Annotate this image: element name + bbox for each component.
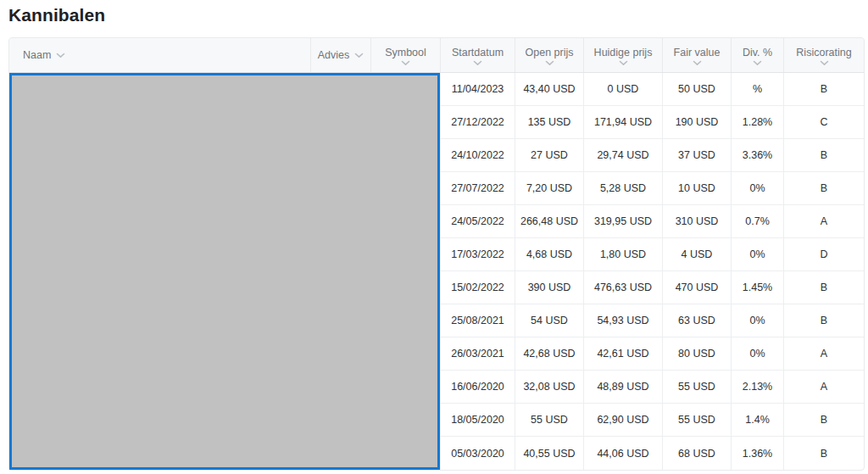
cell-risicorating: D	[783, 238, 864, 270]
chevron-down-icon	[545, 60, 554, 66]
cell-startdatum: 27/12/2022	[440, 106, 515, 138]
column-header-label: Risicorating	[796, 47, 851, 59]
column-header-risicorating[interactable]: Risicorating	[783, 38, 864, 72]
cell-open_prijs: 43,40 USD	[515, 73, 583, 105]
cell-risicorating: A	[783, 205, 864, 237]
cell-risicorating: B	[783, 304, 864, 337]
chevron-down-icon	[820, 60, 829, 66]
page: Kannibalen NaamAdviesSymboolStartdatumOp…	[0, 0, 868, 471]
cell-div_pct: 0.7%	[731, 205, 783, 237]
column-header-label: Advies	[318, 49, 350, 61]
redacted-name-columns-overlay	[9, 73, 440, 470]
cell-fair_value: 50 USD	[662, 73, 731, 105]
cell-huidige_prijs: 1,80 USD	[583, 238, 662, 270]
column-header-label: Div. %	[743, 47, 772, 59]
cell-startdatum: 16/06/2020	[440, 371, 515, 403]
table-row[interactable]: 15/02/2022390 USD476,63 USD470 USD1.45%B	[440, 271, 864, 304]
column-header-advies[interactable]: Advies	[310, 38, 370, 72]
table-row[interactable]: 16/06/202032,08 USD48,89 USD55 USD2.13%A	[440, 371, 864, 404]
cell-risicorating: A	[783, 337, 864, 370]
cell-open_prijs: 42,68 USD	[515, 337, 583, 370]
cell-risicorating: B	[783, 437, 864, 470]
cell-fair_value: 55 USD	[662, 371, 731, 403]
cell-open_prijs: 55 USD	[515, 404, 583, 436]
cell-fair_value: 80 USD	[662, 337, 731, 370]
table-row[interactable]: 18/05/202055 USD62,90 USD55 USD1.4%B	[440, 404, 864, 437]
cell-div_pct: 0%	[731, 337, 783, 370]
column-header-naam[interactable]: Naam	[9, 38, 310, 72]
table-row[interactable]: 27/12/2022135 USD171,94 USD190 USD1.28%C	[440, 106, 864, 139]
table-row[interactable]: 05/03/202040,55 USD44,06 USD68 USD1.36%B	[440, 437, 864, 470]
chevron-down-icon	[753, 60, 762, 66]
cell-risicorating: B	[783, 404, 864, 436]
column-header-div_pct[interactable]: Div. %	[731, 38, 783, 72]
chevron-down-icon	[354, 53, 364, 59]
column-header-label: Fair value	[674, 47, 721, 59]
table-row[interactable]: 26/03/202142,68 USD42,61 USD80 USD0%A	[440, 337, 864, 371]
cell-fair_value: 310 USD	[662, 205, 731, 237]
cell-div_pct: 1.4%	[731, 404, 783, 436]
cell-div_pct: 1.36%	[731, 437, 783, 470]
cell-huidige_prijs: 48,89 USD	[583, 371, 662, 403]
column-header-label: Symbool	[385, 47, 426, 59]
cell-div_pct: 2.13%	[731, 371, 783, 403]
cell-open_prijs: 54 USD	[515, 304, 583, 337]
cell-open_prijs: 7,20 USD	[515, 172, 583, 204]
kannibalen-table: NaamAdviesSymboolStartdatumOpen prijsHui…	[8, 37, 865, 471]
column-header-symbool[interactable]: Symbool	[370, 38, 440, 72]
table-row[interactable]: 24/10/202227 USD29,74 USD37 USD3.36%B	[440, 139, 864, 172]
cell-open_prijs: 135 USD	[515, 106, 583, 138]
cell-div_pct: 1.45%	[731, 271, 783, 304]
cell-risicorating: B	[783, 271, 864, 304]
chevron-down-icon	[693, 60, 702, 66]
table-row[interactable]: 24/05/2022266,48 USD319,95 USD310 USD0.7…	[440, 205, 864, 238]
cell-startdatum: 25/08/2021	[440, 304, 515, 337]
table-row[interactable]: 17/03/20224,68 USD1,80 USD4 USD0%D	[440, 238, 864, 271]
cell-div_pct: 0%	[731, 172, 783, 204]
table-row[interactable]: 11/04/202343,40 USD0 USD50 USD%B	[440, 73, 864, 106]
chevron-down-icon	[56, 53, 65, 59]
cell-risicorating: B	[783, 172, 864, 204]
cell-startdatum: 17/03/2022	[440, 238, 515, 270]
cell-div_pct: 0%	[731, 238, 783, 270]
page-title: Kannibalen	[8, 5, 868, 25]
chevron-down-icon	[473, 60, 482, 66]
table-header-row: NaamAdviesSymboolStartdatumOpen prijsHui…	[9, 38, 864, 73]
cell-startdatum: 24/05/2022	[440, 205, 515, 237]
cell-huidige_prijs: 0 USD	[583, 73, 662, 105]
cell-fair_value: 55 USD	[662, 404, 731, 436]
cell-risicorating: B	[783, 139, 864, 171]
table-body-rows: 11/04/202343,40 USD0 USD50 USD%B27/12/20…	[440, 73, 864, 470]
cell-fair_value: 10 USD	[662, 172, 731, 204]
cell-risicorating: C	[783, 106, 864, 138]
cell-startdatum: 11/04/2023	[440, 73, 515, 105]
cell-huidige_prijs: 62,90 USD	[583, 404, 662, 436]
cell-huidige_prijs: 42,61 USD	[583, 337, 662, 370]
cell-risicorating: A	[783, 371, 864, 403]
column-header-startdatum[interactable]: Startdatum	[440, 38, 515, 72]
cell-div_pct: %	[731, 73, 783, 105]
column-header-label: Naam	[23, 49, 51, 61]
cell-startdatum: 24/10/2022	[440, 139, 515, 171]
column-header-open_prijs[interactable]: Open prijs	[515, 38, 583, 72]
cell-startdatum: 15/02/2022	[440, 271, 515, 304]
cell-huidige_prijs: 476,63 USD	[583, 271, 662, 304]
table-body: 11/04/202343,40 USD0 USD50 USD%B27/12/20…	[9, 73, 864, 470]
cell-open_prijs: 4,68 USD	[515, 238, 583, 270]
cell-fair_value: 63 USD	[662, 304, 731, 337]
cell-div_pct: 0%	[731, 304, 783, 337]
cell-open_prijs: 27 USD	[515, 139, 583, 171]
table-row[interactable]: 25/08/202154 USD54,93 USD63 USD0%B	[440, 304, 864, 337]
column-header-huidige_prijs[interactable]: Huidige prijs	[583, 38, 662, 72]
column-header-fair_value[interactable]: Fair value	[662, 38, 731, 72]
table-row[interactable]: 27/07/20227,20 USD5,28 USD10 USD0%B	[440, 172, 864, 205]
cell-open_prijs: 40,55 USD	[515, 437, 583, 470]
cell-risicorating: B	[783, 73, 864, 105]
cell-startdatum: 18/05/2020	[440, 404, 515, 436]
column-header-label: Startdatum	[452, 47, 504, 59]
cell-huidige_prijs: 319,95 USD	[583, 205, 662, 237]
cell-open_prijs: 390 USD	[515, 271, 583, 304]
cell-startdatum: 27/07/2022	[440, 172, 515, 204]
cell-fair_value: 470 USD	[662, 271, 731, 304]
cell-huidige_prijs: 171,94 USD	[583, 106, 662, 138]
